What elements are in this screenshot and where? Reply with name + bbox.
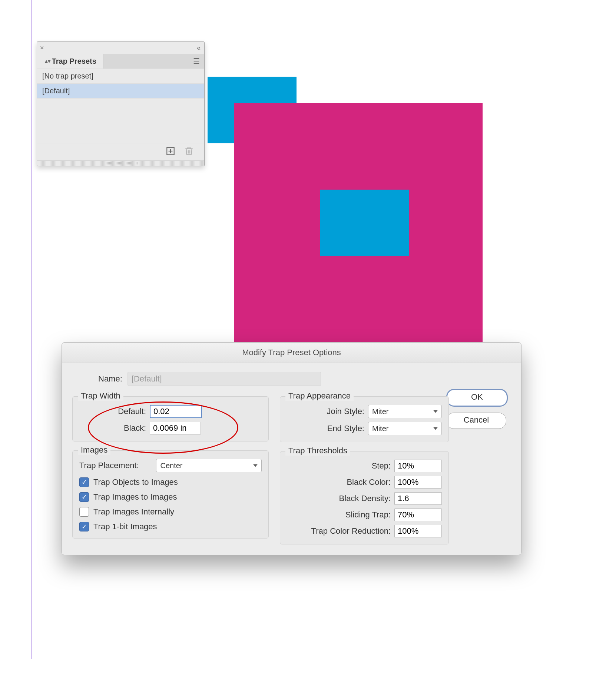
panel-footer [37, 143, 204, 160]
chk-one-bit-row[interactable]: ✓ Trap 1-bit Images [79, 522, 262, 531]
end-style-label: End Style: [287, 424, 368, 433]
name-label: Name: [98, 374, 122, 384]
trap-placement-label: Trap Placement: [79, 461, 156, 470]
ruler-guide-vertical [32, 0, 32, 659]
cancel-button[interactable]: Cancel [446, 413, 506, 429]
panel-menu-icon[interactable]: ☰ [193, 57, 204, 66]
step-input[interactable] [394, 460, 442, 472]
panel-tab-trap-presets[interactable]: ▲▼ Trap Presets [37, 54, 103, 69]
join-style-value: Miter [372, 407, 388, 416]
chk-one-bit[interactable]: ✓ [79, 522, 89, 531]
trap-placement-select[interactable]: Center [156, 459, 262, 472]
sliding-trap-input[interactable] [394, 509, 442, 521]
black-density-label: Black Density: [287, 494, 394, 503]
preset-item-default[interactable]: [Default] [37, 83, 204, 98]
chk-one-bit-label: Trap 1-bit Images [93, 522, 157, 531]
preset-item-no-trap[interactable]: [No trap preset] [37, 69, 204, 83]
chk-images-to-images-label: Trap Images to Images [93, 492, 177, 502]
color-reduction-input[interactable] [394, 525, 442, 537]
end-style-select[interactable]: Miter [368, 422, 442, 435]
trap-width-black-input[interactable] [150, 422, 201, 434]
step-label: Step: [287, 461, 394, 471]
trash-icon[interactable] [184, 146, 194, 158]
chk-objects-to-images-row[interactable]: ✓ Trap Objects to Images [79, 477, 262, 487]
group-trap-width: Trap Width Default: Black: [72, 396, 269, 441]
chk-images-internally-label: Trap Images Internally [93, 507, 174, 517]
trap-width-default-label: Default: [79, 407, 150, 416]
black-color-label: Black Color: [287, 477, 394, 487]
group-trap-thresholds: Trap Thresholds Step: Black Color: Black… [280, 451, 449, 544]
group-trap-appearance: Trap Appearance Join Style: Miter End St… [280, 396, 449, 442]
preset-list-empty-area [37, 98, 204, 143]
collapse-icon[interactable]: « [197, 44, 201, 52]
panel-titlebar[interactable]: × « [37, 42, 204, 54]
close-icon[interactable]: × [40, 44, 47, 52]
canvas-rect-blue-inner [320, 190, 409, 256]
legend-trap-thresholds: Trap Thresholds [285, 446, 350, 456]
end-style-value: Miter [372, 424, 388, 433]
preset-list: [No trap preset] [Default] [37, 69, 204, 143]
trap-presets-panel: × « ▲▼ Trap Presets ☰ [No trap preset] [… [37, 41, 205, 166]
black-color-input[interactable] [394, 476, 442, 489]
legend-images: Images [78, 445, 110, 455]
sliding-trap-label: Sliding Trap: [287, 510, 394, 520]
legend-trap-appearance: Trap Appearance [285, 391, 354, 401]
trap-width-black-label: Black: [79, 423, 150, 433]
chk-objects-to-images[interactable]: ✓ [79, 477, 89, 487]
color-reduction-label: Trap Color Reduction: [287, 526, 394, 536]
group-images: Images Trap Placement: Center ✓ Trap Obj… [72, 450, 269, 539]
panel-tab-row: ▲▼ Trap Presets ☰ [37, 54, 204, 69]
updown-icon: ▲▼ [44, 58, 50, 64]
trap-width-default-input[interactable] [150, 405, 202, 418]
legend-trap-width: Trap Width [78, 391, 123, 401]
ok-button[interactable]: OK [446, 389, 508, 407]
black-density-input[interactable] [394, 492, 442, 505]
panel-resize-grip[interactable] [37, 160, 204, 166]
modify-trap-preset-dialog: Modify Trap Preset Options OK Cancel Nam… [62, 342, 522, 555]
name-field [128, 372, 321, 386]
new-preset-icon[interactable] [166, 146, 175, 158]
chk-images-to-images[interactable]: ✓ [79, 492, 89, 502]
trap-placement-value: Center [160, 461, 182, 470]
chk-images-internally[interactable] [79, 507, 89, 517]
join-style-label: Join Style: [287, 407, 368, 416]
chk-images-internally-row[interactable]: Trap Images Internally [79, 507, 262, 517]
chk-objects-to-images-label: Trap Objects to Images [93, 477, 178, 487]
join-style-select[interactable]: Miter [368, 405, 442, 418]
dialog-title: Modify Trap Preset Options [62, 343, 521, 363]
panel-tab-label: Trap Presets [52, 57, 96, 66]
chk-images-to-images-row[interactable]: ✓ Trap Images to Images [79, 492, 262, 502]
